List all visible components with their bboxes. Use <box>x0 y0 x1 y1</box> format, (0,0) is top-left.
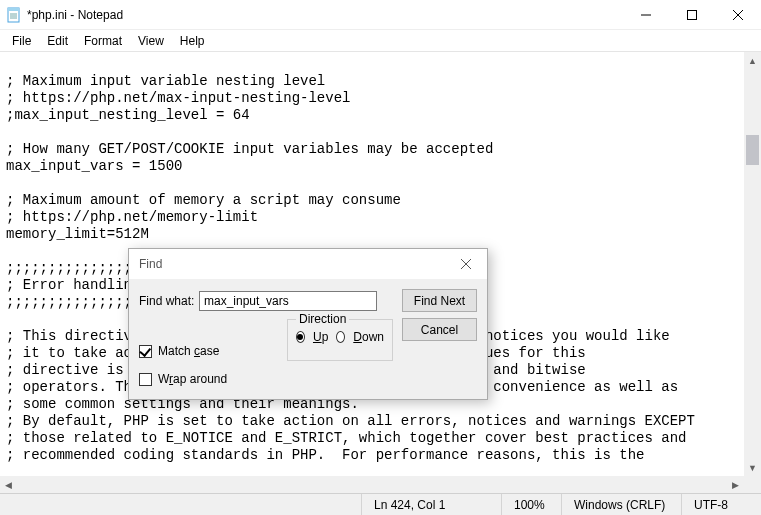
find-what-label: Find what: <box>139 294 199 308</box>
direction-down-radio[interactable] <box>336 331 345 343</box>
scroll-right-arrow-icon[interactable]: ▶ <box>727 476 744 493</box>
titlebar: *php.ini - Notepad <box>0 0 761 30</box>
horizontal-scrollbar[interactable]: ◀ ▶ <box>0 476 744 493</box>
window-title: *php.ini - Notepad <box>27 8 123 22</box>
status-empty <box>0 494 361 515</box>
status-position: Ln 424, Col 1 <box>361 494 501 515</box>
status-zoom: 100% <box>501 494 561 515</box>
direction-up-radio[interactable] <box>296 331 305 343</box>
match-case-checkbox[interactable] <box>139 345 152 358</box>
vertical-scroll-thumb[interactable] <box>746 135 759 165</box>
statusbar: Ln 424, Col 1 100% Windows (CRLF) UTF-8 <box>0 493 761 515</box>
menubar: File Edit Format View Help <box>0 30 761 51</box>
wrap-around-label[interactable]: Wrap around <box>158 372 227 386</box>
minimize-button[interactable] <box>623 0 669 30</box>
notepad-icon <box>6 7 22 23</box>
menu-edit[interactable]: Edit <box>39 32 76 50</box>
svg-rect-6 <box>688 10 697 19</box>
status-encoding: UTF-8 <box>681 494 761 515</box>
scroll-left-arrow-icon[interactable]: ◀ <box>0 476 17 493</box>
find-dialog: Find Find what: Find Next Cancel Directi… <box>128 248 488 400</box>
scroll-down-arrow-icon[interactable]: ▼ <box>744 459 761 476</box>
direction-up-label[interactable]: Up <box>313 330 328 344</box>
direction-label: Direction <box>296 312 349 326</box>
vertical-scrollbar[interactable]: ▲ ▼ <box>744 52 761 476</box>
find-dialog-title: Find <box>139 257 451 271</box>
cancel-button[interactable]: Cancel <box>402 318 477 341</box>
menu-file[interactable]: File <box>4 32 39 50</box>
find-what-input[interactable] <box>199 291 377 311</box>
find-dialog-titlebar[interactable]: Find <box>129 249 487 279</box>
svg-rect-1 <box>8 8 19 11</box>
find-dialog-body: Find what: Find Next Cancel Direction Up… <box>129 279 487 321</box>
vertical-scroll-track[interactable] <box>744 69 761 459</box>
menu-help[interactable]: Help <box>172 32 213 50</box>
match-case-label[interactable]: Match case <box>158 344 219 358</box>
scroll-corner <box>744 476 761 493</box>
find-close-button[interactable] <box>451 253 481 275</box>
status-line-ending: Windows (CRLF) <box>561 494 681 515</box>
wrap-around-checkbox[interactable] <box>139 373 152 386</box>
find-next-button[interactable]: Find Next <box>402 289 477 312</box>
menu-format[interactable]: Format <box>76 32 130 50</box>
close-button[interactable] <box>715 0 761 30</box>
direction-groupbox: Direction Up Down <box>287 319 393 361</box>
scroll-up-arrow-icon[interactable]: ▲ <box>744 52 761 69</box>
direction-down-label[interactable]: Down <box>353 330 384 344</box>
menu-view[interactable]: View <box>130 32 172 50</box>
maximize-button[interactable] <box>669 0 715 30</box>
